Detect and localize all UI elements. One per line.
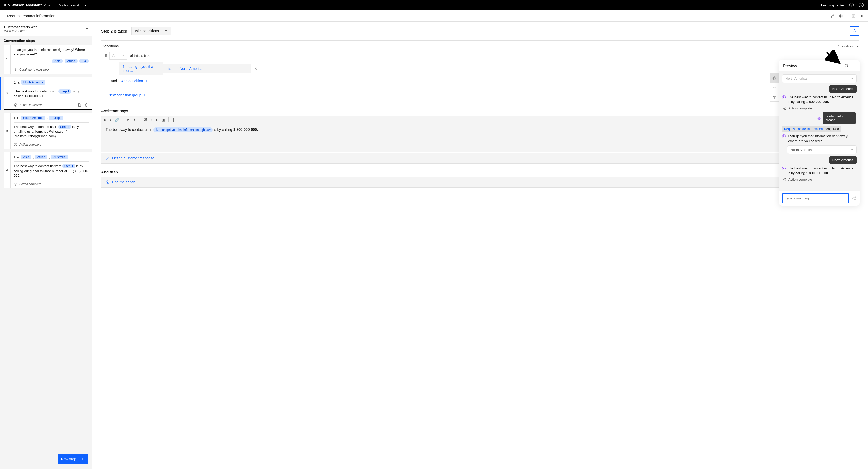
image-button[interactable]: 🖼 <box>144 118 147 122</box>
step-card-4[interactable]: 4 1 is Asia , Africa , Australia The bes… <box>4 152 92 188</box>
condition-value-cell[interactable]: North America <box>176 64 251 73</box>
steps-panel: Customer starts with: Who can I call? Co… <box>0 22 92 469</box>
region-select[interactable]: North America <box>787 146 857 154</box>
action-title: Request contact information <box>7 14 56 18</box>
brand-prefix: IBM <box>4 3 11 7</box>
tree-icon[interactable] <box>770 92 779 101</box>
customer-starts-card[interactable]: Customer starts with: Who can I call? <box>0 22 92 36</box>
insert-variable-button[interactable]: ❖ <box>126 118 129 122</box>
conditions-header[interactable]: Conditions 1 condition <box>101 40 859 52</box>
assistant-message: The best way to contact us in North Amer… <box>782 95 857 104</box>
step-text: The best way to contact us in Step 1 is … <box>14 89 89 98</box>
user-bubble: North America <box>829 156 857 164</box>
all-any-select[interactable]: All <box>110 52 127 60</box>
region-select[interactable]: North America <box>782 74 857 83</box>
new-step-button[interactable]: New step ＋ <box>58 454 88 464</box>
all-label: All <box>112 54 116 58</box>
refresh-icon[interactable] <box>844 64 848 68</box>
define-response-card[interactable]: Define customer response <box>101 153 859 163</box>
fx-button[interactable]: fₓ <box>850 26 859 36</box>
edit-icon[interactable] <box>831 14 835 18</box>
starts-value: Who can I call? <box>4 29 39 33</box>
preview-body[interactable]: North America North America The best way… <box>779 72 860 191</box>
step-text: I can get you that information right awa… <box>14 48 89 57</box>
remove-condition-button[interactable]: ✕ <box>251 64 261 73</box>
svg-point-10 <box>107 157 108 158</box>
svg-point-9 <box>14 183 17 186</box>
condition-count: 1 condition <box>838 44 854 48</box>
condition-operator-cell[interactable]: is <box>163 64 176 73</box>
step-card-1[interactable]: 1 I can get you that information right a… <box>4 44 92 74</box>
of-true-label: of this is true: <box>130 54 151 58</box>
continue-label: Continue to next step <box>19 68 49 71</box>
link-button[interactable]: 🔗 <box>115 118 119 122</box>
svg-point-4 <box>840 15 841 17</box>
action-complete-label: Action complete <box>19 143 41 147</box>
duplicate-icon[interactable] <box>77 103 81 107</box>
bold-button[interactable]: B <box>104 118 106 122</box>
variable-chip[interactable]: 1. I can get you that information right … <box>153 127 212 132</box>
starts-label: Customer starts with: <box>4 25 39 29</box>
preview-input[interactable] <box>782 193 849 203</box>
recognized-badge: Request contact information recognized <box>782 126 841 132</box>
assistant-name: My first assist… <box>59 3 82 7</box>
add-condition-button[interactable]: Add condition ＋ <box>121 79 148 83</box>
svg-point-2 <box>859 3 864 7</box>
learning-center-link[interactable]: Learning center <box>821 3 844 7</box>
debug-icon[interactable] <box>770 73 779 83</box>
user-icon[interactable] <box>859 3 864 8</box>
cond-value: Asia <box>21 155 31 159</box>
cond-value: Africa <box>35 155 48 159</box>
and-then-card[interactable]: End the action <box>101 177 859 188</box>
plan-badge: Plus <box>43 3 50 7</box>
dropdown-value: with conditions <box>135 29 159 33</box>
location-marker-icon <box>782 167 786 170</box>
plus-icon: ＋ <box>145 79 148 83</box>
assistant-switcher[interactable]: My first assist… <box>59 3 87 7</box>
close-icon[interactable] <box>860 14 864 18</box>
help-icon[interactable] <box>849 3 854 8</box>
italic-button[interactable]: I <box>110 118 111 122</box>
iframe-button[interactable]: ▣ <box>162 118 165 122</box>
product-brand: IBM Watson Assistant Plus <box>4 3 50 7</box>
step-editor: Step 2 is taken with conditions fₓ Condi… <box>92 22 868 469</box>
top-bar: IBM Watson Assistant Plus My first assis… <box>0 0 868 10</box>
minimize-icon[interactable] <box>851 64 856 68</box>
location-marker-icon <box>782 95 786 99</box>
steps-list: 1 I can get you that information right a… <box>0 44 92 469</box>
cond-is: is <box>17 155 19 159</box>
condition-step-cell[interactable]: 1. I can get you that infor… <box>119 62 163 75</box>
cond-step-ref: 1 <box>14 116 16 120</box>
new-condition-group-button[interactable]: New condition group ＋ <box>108 93 147 97</box>
video-button[interactable]: ▶ <box>156 118 158 122</box>
richtext-area[interactable]: The best way to contact us in 1. I can g… <box>101 124 859 152</box>
taken-condition-dropdown[interactable]: with conditions <box>131 27 171 35</box>
arrow-down-icon <box>14 68 17 71</box>
option-tag: Asia <box>52 59 63 63</box>
plus-icon: ＋ <box>143 93 147 97</box>
step-text: The best way to contact us in Step 1 is … <box>14 125 89 139</box>
preview-title: Preview <box>783 63 797 68</box>
step-card-3[interactable]: 3 1 is South America , Europe The best w… <box>4 113 92 149</box>
plus-icon: ＋ <box>81 457 84 461</box>
more-tag: + 4 <box>79 59 89 63</box>
audio-button[interactable]: ♪ <box>150 118 152 122</box>
svg-point-3 <box>861 4 862 5</box>
check-circle-icon <box>14 103 18 107</box>
vertical-divider <box>847 14 847 18</box>
gear-icon[interactable] <box>839 14 843 18</box>
action-complete-row: Action complete <box>783 106 857 110</box>
step-card-2[interactable]: 2 1 is North America The best way to con… <box>4 77 92 110</box>
pause-button[interactable]: ‖ <box>173 118 174 122</box>
trash-icon[interactable] <box>84 103 89 107</box>
chevron-down-icon <box>84 5 87 6</box>
subheader-actions <box>831 14 864 18</box>
send-icon[interactable] <box>851 196 857 201</box>
save-icon[interactable] <box>851 14 856 18</box>
user-bubble: contact info please <box>823 112 856 124</box>
cond-value: Europe <box>49 116 63 120</box>
fx-rail-icon[interactable]: fₓ <box>770 83 779 92</box>
step-taken-label: Step 2 is taken <box>101 29 127 33</box>
insert-response-button[interactable]: ✦ <box>133 118 136 122</box>
cond-step-ref: 1 <box>14 81 16 84</box>
